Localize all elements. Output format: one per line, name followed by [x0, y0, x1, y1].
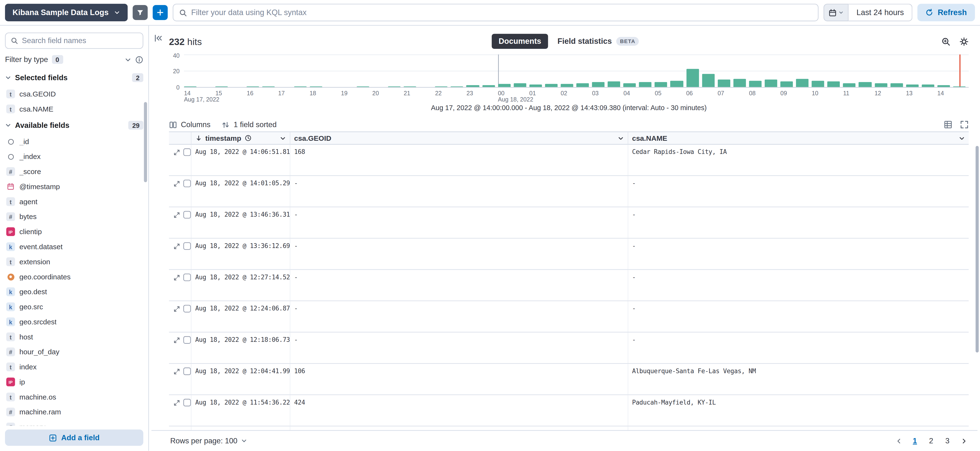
field-item-extension[interactable]: textension: [0, 254, 148, 269]
info-icon[interactable]: [135, 55, 143, 64]
add-field-button[interactable]: Add a field: [5, 429, 143, 446]
field-item-csa.GEOID[interactable]: tcsa.GEOID: [0, 86, 148, 102]
page-button-3[interactable]: 3: [941, 434, 954, 448]
header-timestamp[interactable]: timestamp: [191, 132, 290, 144]
timestamp-cell[interactable]: Aug 18, 2022 @ 11:39:27.836: [191, 426, 290, 430]
expand-document-icon[interactable]: [173, 274, 180, 281]
prev-page-button[interactable]: [892, 434, 905, 448]
csa-name-cell[interactable]: -: [628, 301, 969, 332]
header-csa-name[interactable]: csa.NAME: [628, 132, 969, 144]
timestamp-cell[interactable]: Aug 18, 2022 @ 12:04:41.998: [191, 364, 290, 395]
select-row-checkbox[interactable]: [183, 305, 191, 312]
csa-geoid-cell[interactable]: -: [290, 333, 628, 363]
csa-geoid-cell[interactable]: 106: [290, 364, 628, 395]
select-row-checkbox[interactable]: [183, 180, 191, 187]
expand-document-icon[interactable]: [173, 212, 180, 218]
field-item-_id[interactable]: _id: [0, 134, 148, 149]
sort-fields-button[interactable]: 1 field sorted: [222, 120, 277, 129]
inspect-button[interactable]: [941, 37, 951, 46]
timestamp-cell[interactable]: Aug 18, 2022 @ 12:18:06.737: [191, 333, 290, 363]
expand-document-icon[interactable]: [173, 337, 180, 344]
csa-name-cell[interactable]: Tulsa-Muskogee-Bartlesville, OK: [628, 426, 969, 430]
csa-geoid-cell[interactable]: 168: [290, 145, 628, 175]
expand-document-icon[interactable]: [173, 243, 180, 250]
field-item-geo.srcdest[interactable]: kgeo.srcdest: [0, 314, 148, 329]
csa-geoid-cell[interactable]: -: [290, 176, 628, 207]
timestamp-cell[interactable]: Aug 18, 2022 @ 14:01:05.297: [191, 176, 290, 207]
csa-geoid-cell[interactable]: -: [290, 207, 628, 238]
timestamp-cell[interactable]: Aug 18, 2022 @ 14:06:51.816: [191, 145, 290, 175]
data-view-picker[interactable]: Kibana Sample Data Logs: [5, 4, 127, 21]
sidebar-scrollbar[interactable]: [144, 102, 147, 182]
field-item-geo.src[interactable]: kgeo.src: [0, 299, 148, 314]
field-item-clientip[interactable]: IPclientip: [0, 224, 148, 239]
add-filter-button[interactable]: [153, 5, 167, 20]
field-search-input[interactable]: [22, 37, 138, 45]
field-item-index[interactable]: tindex: [0, 359, 148, 375]
rows-per-page-button[interactable]: Rows per page: 100: [170, 437, 247, 445]
column-menu-icon[interactable]: [617, 135, 624, 141]
selected-fields-header[interactable]: Selected fields 2: [0, 69, 148, 86]
timestamp-cell[interactable]: Aug 18, 2022 @ 11:54:36.220: [191, 395, 290, 426]
tab-documents[interactable]: Documents: [492, 34, 548, 49]
columns-button[interactable]: Columns: [169, 120, 210, 129]
timestamp-cell[interactable]: Aug 18, 2022 @ 13:46:36.315: [191, 207, 290, 238]
field-item-ip[interactable]: IPip: [0, 375, 148, 389]
expand-document-icon[interactable]: [173, 180, 180, 187]
display-options-button[interactable]: [943, 120, 953, 129]
select-row-checkbox[interactable]: [183, 367, 191, 375]
field-item-bytes[interactable]: #bytes: [0, 209, 148, 224]
column-menu-icon[interactable]: [280, 135, 286, 141]
csa-geoid-cell[interactable]: -: [290, 239, 628, 269]
expand-document-icon[interactable]: [173, 306, 180, 312]
collapse-sidebar-button[interactable]: [153, 33, 164, 44]
table-scrollbar[interactable]: [976, 146, 979, 352]
expand-document-icon[interactable]: [173, 400, 180, 406]
field-item-geo.coordinates[interactable]: geo.coordinates: [0, 269, 148, 284]
csa-name-cell[interactable]: -: [628, 333, 969, 363]
field-item-memory[interactable]: #memory: [0, 419, 148, 426]
csa-name-cell[interactable]: -: [628, 207, 969, 238]
page-button-1[interactable]: 1: [909, 434, 921, 448]
field-item-hour_of_day[interactable]: #hour_of_day: [0, 344, 148, 360]
csa-geoid-cell[interactable]: 538: [290, 426, 628, 430]
csa-geoid-cell[interactable]: 424: [290, 395, 628, 426]
field-item-event.dataset[interactable]: kevent.dataset: [0, 239, 148, 254]
field-item-host[interactable]: thost: [0, 329, 148, 344]
field-item-machine.ram[interactable]: #machine.ram: [0, 405, 148, 420]
kql-search-input[interactable]: [191, 8, 812, 17]
select-row-checkbox[interactable]: [183, 242, 191, 250]
refresh-button[interactable]: Refresh: [918, 4, 975, 21]
csa-geoid-cell[interactable]: -: [290, 270, 628, 300]
csa-name-cell[interactable]: Albuquerque-Santa Fe-Las Vegas, NM: [628, 364, 969, 395]
select-row-checkbox[interactable]: [183, 211, 191, 218]
page-button-2[interactable]: 2: [925, 434, 937, 448]
expand-document-icon[interactable]: [173, 368, 180, 375]
timestamp-cell[interactable]: Aug 18, 2022 @ 12:27:14.527: [191, 270, 290, 300]
field-item-@timestamp[interactable]: @timestamp: [0, 179, 148, 194]
timestamp-cell[interactable]: Aug 18, 2022 @ 12:24:06.875: [191, 301, 290, 332]
field-item-geo.dest[interactable]: kgeo.dest: [0, 284, 148, 299]
field-item-agent[interactable]: tagent: [0, 194, 148, 209]
next-page-button[interactable]: [958, 434, 970, 448]
expand-document-icon[interactable]: [173, 149, 180, 156]
field-item-_index[interactable]: _index: [0, 149, 148, 164]
filter-by-type[interactable]: Filter by type 0: [5, 55, 143, 64]
select-row-checkbox[interactable]: [183, 274, 191, 281]
column-menu-icon[interactable]: [959, 135, 965, 141]
chart-options-button[interactable]: [959, 37, 969, 46]
saved-query-button[interactable]: [132, 5, 147, 20]
select-row-checkbox[interactable]: [183, 336, 191, 344]
available-fields-header[interactable]: Available fields 29: [0, 116, 148, 134]
time-range-button[interactable]: Last 24 hours: [848, 4, 913, 21]
select-row-checkbox[interactable]: [183, 148, 191, 156]
csa-name-cell[interactable]: -: [628, 270, 969, 300]
csa-name-cell[interactable]: Cedar Rapids-Iowa City, IA: [628, 145, 969, 175]
field-item-_score[interactable]: #_score: [0, 164, 148, 179]
date-picker-calendar-button[interactable]: [823, 4, 848, 21]
timestamp-cell[interactable]: Aug 18, 2022 @ 13:36:12.692: [191, 239, 290, 269]
tab-field-statistics[interactable]: Field statistics BETA: [550, 34, 646, 49]
field-item-csa.NAME[interactable]: tcsa.NAME: [0, 102, 148, 116]
csa-name-cell[interactable]: -: [628, 239, 969, 269]
fullscreen-button[interactable]: [960, 120, 969, 129]
